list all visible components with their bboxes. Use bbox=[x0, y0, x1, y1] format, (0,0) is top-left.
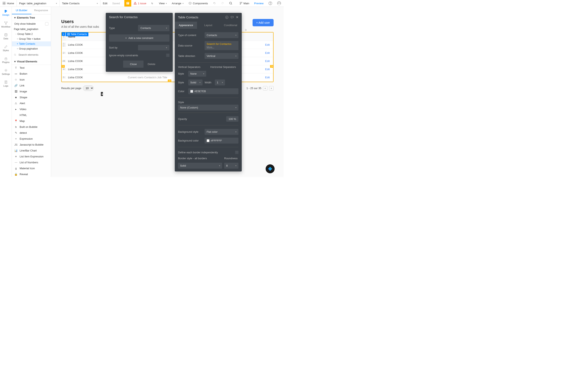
tab-layout[interactable]: Layout bbox=[197, 22, 219, 29]
data-source-field[interactable]: Search for Contactss More... bbox=[205, 41, 238, 50]
ve-item-text[interactable]: TText bbox=[12, 65, 51, 71]
ve-item-alert[interactable]: ⚠Alert bbox=[12, 100, 51, 106]
type-content-select[interactable]: Contacts ▾ bbox=[205, 32, 238, 38]
rpp-select[interactable]: 10 bbox=[83, 85, 94, 91]
visual-elements-header[interactable]: ▾ Visual Elements bbox=[12, 58, 51, 65]
rail-styles[interactable]: Styles bbox=[0, 42, 12, 54]
ve-item-javascript-to-bubble[interactable]: JSJavascript to Bubble bbox=[12, 142, 51, 148]
home-button[interactable]: Home bbox=[0, 0, 17, 7]
edit-link[interactable]: Edit bbox=[245, 73, 273, 81]
tab-appearance[interactable]: Appearance bbox=[175, 22, 197, 29]
arrange-menu[interactable]: Arrange ▾ bbox=[169, 0, 186, 7]
tab-responsive[interactable]: Responsive bbox=[31, 7, 51, 14]
chevron-down-icon: ▾ bbox=[222, 81, 223, 83]
checkbox[interactable] bbox=[235, 151, 238, 154]
canvas[interactable]: ◀ Users A list of all the users that sub… bbox=[51, 7, 284, 177]
ve-item-video[interactable]: ▸Video bbox=[12, 106, 51, 112]
view-menu[interactable]: View ▾ bbox=[156, 0, 169, 7]
opacity-input[interactable]: 100 % bbox=[226, 116, 238, 122]
tree-item[interactable]: − Group Table 2 bbox=[12, 32, 51, 36]
ve-item-icon[interactable]: ☆Icon bbox=[12, 77, 51, 83]
sort-select[interactable]: ▾ bbox=[138, 45, 169, 50]
tree-item-selected[interactable]: + Table Contacts bbox=[12, 42, 51, 46]
drag-handle-icon[interactable]: ≡ bbox=[62, 32, 65, 36]
edit-link[interactable]: Edit bbox=[245, 49, 273, 57]
ve-item-list-item-expression[interactable]: ≡List Item Expression bbox=[12, 154, 51, 159]
only-show-hideable[interactable]: Only show hideable bbox=[12, 21, 51, 27]
edit-link[interactable]: Edit bbox=[245, 41, 273, 49]
bg-color-input[interactable]: #FFFFFF bbox=[205, 138, 238, 143]
bg-style-select[interactable]: Flat color ▾ bbox=[205, 129, 238, 135]
tab-ui-builder[interactable]: UI Builder bbox=[12, 7, 31, 14]
ve-item-line-bar-chart[interactable]: 📊Line/Bar Chart bbox=[12, 148, 51, 154]
ve-item-material-icon[interactable]: gMaterial Icon bbox=[12, 165, 51, 171]
edit-link[interactable]: Edit bbox=[245, 65, 273, 73]
ve-item-built-on-bubble[interactable]: bBuilt on Bubble bbox=[12, 124, 51, 130]
close-icon[interactable]: ✕ bbox=[236, 15, 238, 19]
roundness-select[interactable]: 8 ▾ bbox=[224, 163, 238, 169]
issues-button[interactable]: 1 issue bbox=[131, 0, 149, 7]
sep-color-input[interactable]: #E5E7EB bbox=[188, 88, 238, 94]
rail-data[interactable]: Data bbox=[0, 30, 12, 42]
add-constraint-button[interactable]: + Add a new constraint bbox=[109, 34, 169, 42]
preview-button[interactable]: Preview bbox=[252, 0, 266, 7]
table-direction-select[interactable]: Vertical ▾ bbox=[205, 53, 238, 59]
edit-link[interactable]: Edit bbox=[245, 57, 273, 65]
ve-item-expression[interactable]: +Expression bbox=[12, 136, 51, 142]
undo-button[interactable] bbox=[210, 0, 218, 7]
search-button[interactable] bbox=[227, 0, 235, 7]
rail-workflow[interactable]: Workflow bbox=[0, 18, 12, 30]
rail-design[interactable]: Design bbox=[0, 7, 12, 18]
tree-item[interactable]: + Group pagination bbox=[12, 46, 51, 51]
branch-button[interactable]: Main bbox=[237, 0, 252, 7]
hsep-style-select[interactable]: Solid ▾ bbox=[188, 80, 203, 85]
checkbox[interactable] bbox=[45, 22, 48, 25]
element-selector[interactable]: Table Contacts ▾ bbox=[60, 0, 100, 7]
add-user-button[interactable]: + Add user bbox=[252, 19, 274, 26]
element-tag[interactable]: Table Contacts bbox=[66, 32, 88, 36]
ve-item-button[interactable]: ▭Button bbox=[12, 71, 51, 77]
svg-rect-37 bbox=[227, 17, 227, 18]
search-elements-input[interactable] bbox=[17, 52, 49, 57]
ve-item-detect[interactable]: ✎detect bbox=[12, 130, 51, 136]
page-selector[interactable]: Page: table_pagination ▾ bbox=[17, 0, 60, 7]
comment-icon[interactable] bbox=[231, 16, 234, 19]
home-label: Home bbox=[7, 2, 14, 5]
help-button[interactable] bbox=[266, 0, 275, 7]
components-button[interactable]: Components bbox=[186, 0, 210, 7]
type-select[interactable]: Contacts ▾ bbox=[138, 25, 169, 31]
svg-point-11 bbox=[229, 2, 232, 4]
checkbox[interactable] bbox=[166, 54, 169, 57]
info-icon[interactable] bbox=[225, 16, 228, 19]
tree-item[interactable]: + Group Title + button bbox=[12, 36, 51, 42]
ve-item-shape[interactable]: ■Shape bbox=[12, 94, 51, 100]
help-fab[interactable] bbox=[266, 164, 275, 173]
ve-item-link[interactable]: 🔗Link bbox=[12, 83, 51, 89]
ve-item-list-of-numbers[interactable]: ⋯List of Numbers bbox=[12, 159, 51, 165]
rail-settings[interactable]: Settings bbox=[0, 66, 12, 78]
overall-style-select[interactable]: None (Custom) ▾ bbox=[178, 105, 238, 110]
rail-logs[interactable]: Logs bbox=[0, 78, 12, 90]
ve-item-html[interactable]: HTML bbox=[12, 112, 51, 118]
tab-conditional[interactable]: Conditional bbox=[219, 22, 242, 29]
ve-item-reveal[interactable]: 🔒Reveal bbox=[12, 171, 51, 177]
redo-button[interactable] bbox=[218, 0, 227, 7]
tree-item[interactable]: Page table_pagination bbox=[12, 27, 51, 32]
gift-button[interactable] bbox=[124, 0, 131, 7]
delete-button[interactable]: Delete bbox=[148, 63, 155, 66]
pointer-button[interactable] bbox=[149, 0, 156, 7]
ve-item-map[interactable]: 📍Map bbox=[12, 118, 51, 124]
elements-tree-header[interactable]: ▾ Elements Tree bbox=[12, 15, 51, 21]
prev-page-button[interactable]: ‹ bbox=[263, 86, 268, 91]
element-type-icon: ☆ bbox=[14, 78, 17, 81]
border-style-select[interactable]: Solid ▾ bbox=[178, 163, 222, 169]
hsep-width-select[interactable]: 1 ▾ bbox=[215, 80, 225, 85]
user-avatar[interactable] bbox=[275, 0, 284, 7]
element-type-icon: T bbox=[14, 66, 17, 69]
close-button[interactable]: Close bbox=[123, 60, 144, 68]
vsep-style-select[interactable]: None ▾ bbox=[188, 71, 206, 77]
rail-plugins[interactable]: Plugins bbox=[0, 54, 12, 66]
next-page-button[interactable]: › bbox=[269, 86, 274, 91]
edit-button[interactable]: Edit bbox=[100, 0, 110, 7]
ve-item-image[interactable]: 🖼Image bbox=[12, 89, 51, 94]
